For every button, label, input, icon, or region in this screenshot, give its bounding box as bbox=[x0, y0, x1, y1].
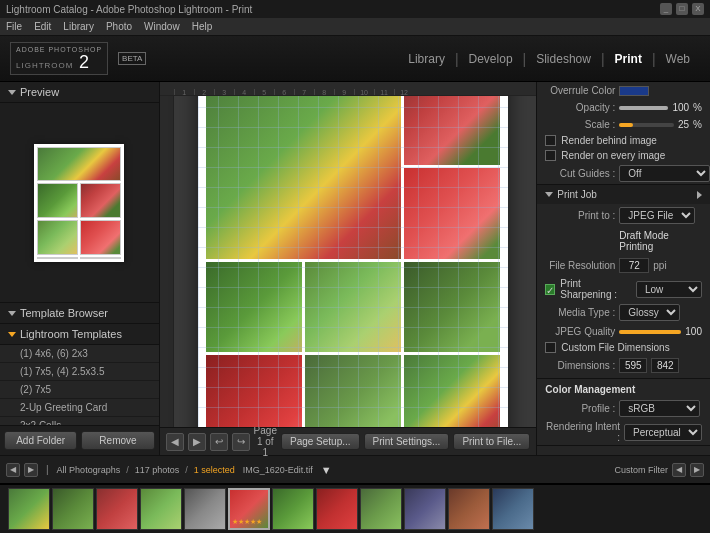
menu-help[interactable]: Help bbox=[192, 21, 213, 32]
window-controls[interactable]: _ □ X bbox=[660, 3, 704, 15]
filmstrip-photo-5[interactable] bbox=[184, 488, 226, 530]
dropdown-icon[interactable]: ▼ bbox=[321, 464, 332, 476]
lightroom-templates-collapse-icon bbox=[8, 332, 16, 337]
filmstrip-photo-2[interactable] bbox=[52, 488, 94, 530]
print-settings-button[interactable]: Print Settings... bbox=[364, 433, 450, 450]
rendering-intent-label: Rendering Intent : bbox=[545, 421, 620, 443]
scale-slider[interactable] bbox=[619, 123, 674, 127]
close-button[interactable]: X bbox=[692, 3, 704, 15]
right-panel: Overrule Color Opacity : 100 % Scale : 2… bbox=[536, 82, 710, 455]
rendering-intent-select[interactable]: Perceptual Relative Saturation Absolute bbox=[624, 424, 702, 441]
page-setup-button[interactable]: Page Setup... bbox=[281, 433, 360, 450]
filmstrip-photo-3[interactable] bbox=[96, 488, 138, 530]
lightroom-templates-group[interactable]: Lightroom Templates bbox=[0, 324, 159, 345]
dimensions-w-input[interactable] bbox=[619, 358, 647, 373]
template-item-3[interactable]: 2-Up Greeting Card bbox=[0, 399, 159, 417]
filmstrip-photo-4[interactable] bbox=[140, 488, 182, 530]
selected-file-label: IMG_1620-Edit.tif bbox=[243, 465, 313, 475]
filmstrip-left-arrow[interactable]: ◀ bbox=[6, 463, 20, 477]
nav-slideshow[interactable]: Slideshow bbox=[526, 52, 601, 66]
print-to-file-button[interactable]: Print to File... bbox=[453, 433, 530, 450]
render-on-every-label: Render on every image bbox=[561, 150, 665, 161]
title-bar: Lightroom Catalog - Adobe Photoshop Ligh… bbox=[0, 0, 710, 18]
cut-guides-label: Cut Guides : bbox=[545, 168, 615, 179]
prev-page-button[interactable]: ◀ bbox=[166, 433, 184, 451]
filmstrip-photo-12[interactable] bbox=[492, 488, 534, 530]
filmstrip-photo-6-selected[interactable]: ★★★★★ bbox=[228, 488, 270, 530]
nav-print[interactable]: Print bbox=[605, 52, 652, 66]
cut-guides-select[interactable]: Off Lines Corner Marks Both bbox=[619, 165, 710, 182]
photo-cell-main bbox=[206, 96, 401, 259]
print-job-expand-icon bbox=[697, 191, 702, 199]
file-resolution-input[interactable]: 72 bbox=[619, 258, 649, 273]
custom-filter-label: Custom Filter bbox=[614, 465, 668, 475]
media-type-select[interactable]: Glossy Matte bbox=[619, 304, 680, 321]
print-to-select[interactable]: JPEG File Printer bbox=[619, 207, 695, 224]
maximize-button[interactable]: □ bbox=[676, 3, 688, 15]
filmstrip-photo-9[interactable] bbox=[360, 488, 402, 530]
template-item-0[interactable]: (1) 4x6, (6) 2x3 bbox=[0, 345, 159, 363]
nav-library[interactable]: Library bbox=[398, 52, 455, 66]
filmstrip-photo-1[interactable] bbox=[8, 488, 50, 530]
photo-cell-tr1 bbox=[404, 96, 500, 165]
template-browser-header[interactable]: Template Browser bbox=[0, 303, 159, 324]
filter-left-arrow[interactable]: ◀ bbox=[672, 463, 686, 477]
print-job-header[interactable]: Print Job bbox=[537, 185, 710, 204]
preview-header[interactable]: Preview bbox=[0, 82, 159, 103]
back-icon[interactable]: ↩ bbox=[210, 433, 228, 451]
media-type-label: Media Type : bbox=[545, 307, 615, 318]
left-panel: Preview Template Browser Lightroom Templ… bbox=[0, 82, 160, 455]
preview-label: Preview bbox=[20, 86, 59, 98]
forward-icon[interactable]: ↪ bbox=[232, 433, 250, 451]
remove-button[interactable]: Remove bbox=[81, 431, 154, 450]
print-sharpening-select[interactable]: Low Medium High bbox=[636, 281, 702, 298]
profile-select[interactable]: sRGB AdobeRGB bbox=[619, 400, 700, 417]
minimize-button[interactable]: _ bbox=[660, 3, 672, 15]
filmstrip-photo-10[interactable] bbox=[404, 488, 446, 530]
custom-dimensions-checkbox[interactable] bbox=[545, 342, 556, 353]
menu-library[interactable]: Library bbox=[63, 21, 94, 32]
custom-dimensions-row: Custom File Dimensions bbox=[537, 340, 710, 355]
dimensions-h-input[interactable] bbox=[651, 358, 679, 373]
selected-count-label: 1 selected bbox=[194, 465, 235, 475]
preview-cell-4 bbox=[80, 220, 121, 255]
menu-photo[interactable]: Photo bbox=[106, 21, 132, 32]
preview-area bbox=[0, 103, 159, 303]
template-item-4[interactable]: 2x2 Cells bbox=[0, 417, 159, 425]
print-to-label: Print to : bbox=[545, 210, 615, 221]
menu-file[interactable]: File bbox=[6, 21, 22, 32]
print-sharpening-checkbox[interactable]: ✓ bbox=[545, 284, 555, 295]
preview-cell-large bbox=[37, 147, 121, 182]
photo-cell-m2 bbox=[305, 262, 401, 353]
color-swatch[interactable] bbox=[619, 86, 649, 96]
photo-count-label: 117 photos bbox=[135, 465, 180, 475]
next-page-button[interactable]: ▶ bbox=[188, 433, 206, 451]
preview-canvas bbox=[34, 144, 124, 262]
add-folder-button[interactable]: Add Folder bbox=[4, 431, 77, 450]
filmstrip-photo-7[interactable] bbox=[272, 488, 314, 530]
beta-badge: BETA bbox=[118, 52, 146, 65]
filter-right-arrow[interactable]: ▶ bbox=[690, 463, 704, 477]
nav-develop[interactable]: Develop bbox=[459, 52, 523, 66]
render-on-every-checkbox[interactable] bbox=[545, 150, 556, 161]
filmstrip-photo-11[interactable] bbox=[448, 488, 490, 530]
filmstrip-right-arrow[interactable]: ▶ bbox=[24, 463, 38, 477]
filmstrip-photo-8[interactable] bbox=[316, 488, 358, 530]
render-behind-checkbox[interactable] bbox=[545, 135, 556, 146]
menu-edit[interactable]: Edit bbox=[34, 21, 51, 32]
nav-web[interactable]: Web bbox=[656, 52, 700, 66]
draft-mode-row: Draft Mode Printing bbox=[537, 227, 710, 255]
dimensions-label: Dimensions : bbox=[545, 360, 615, 371]
print-job-section: Print Job Print to : JPEG File Printer D… bbox=[537, 185, 710, 446]
opacity-slider[interactable] bbox=[619, 106, 668, 110]
jpeg-quality-slider[interactable] bbox=[619, 330, 681, 334]
menu-bar: File Edit Library Photo Window Help bbox=[0, 18, 710, 36]
print-sharpening-row: ✓ Print Sharpening : Low Medium High bbox=[537, 276, 710, 302]
draft-mode-value: Draft Mode Printing bbox=[619, 230, 702, 252]
scale-pct: % bbox=[693, 119, 702, 130]
photo-stars: ★★★★★ bbox=[232, 518, 270, 526]
opacity-value: 100 bbox=[672, 102, 689, 113]
template-item-2[interactable]: (2) 7x5 bbox=[0, 381, 159, 399]
menu-window[interactable]: Window bbox=[144, 21, 180, 32]
template-item-1[interactable]: (1) 7x5, (4) 2.5x3.5 bbox=[0, 363, 159, 381]
